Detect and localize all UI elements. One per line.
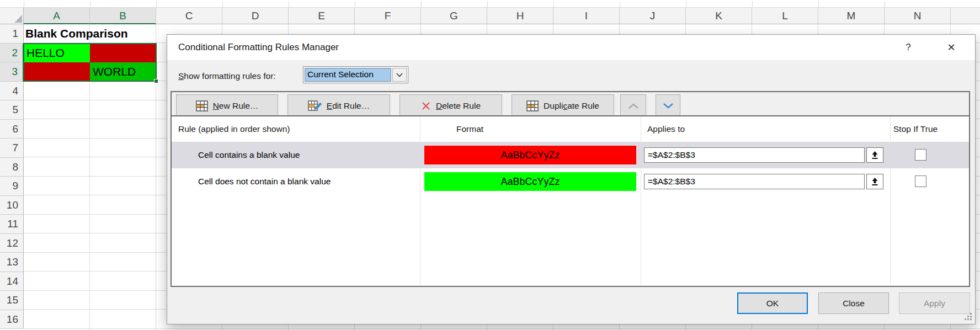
rules-list: Rule (applied in order shown)FormatAppli… bbox=[172, 115, 969, 286]
row-header-7[interactable]: 7 bbox=[0, 139, 24, 158]
row-header-3[interactable]: 3 bbox=[0, 62, 24, 82]
delete-x-icon bbox=[421, 101, 431, 111]
column-header-f[interactable]: F bbox=[355, 8, 421, 24]
stop-if-true-checkbox[interactable] bbox=[915, 149, 926, 161]
column-header-h[interactable]: H bbox=[487, 8, 553, 24]
row-header-8[interactable]: 8 bbox=[0, 158, 24, 177]
show-rules-label: Show formatting rules for: bbox=[178, 71, 276, 81]
column-header-g[interactable]: G bbox=[421, 8, 487, 24]
collapse-dialog-button[interactable] bbox=[866, 147, 883, 163]
move-rule-down-button[interactable] bbox=[656, 94, 680, 118]
formula-bar-bottom-strip bbox=[0, 0, 980, 8]
duplicate-rule-label: Duplicate Rule bbox=[544, 101, 599, 111]
format-preview: AaBbCcYyZz bbox=[424, 172, 636, 191]
excel-window: ABCDEFGHIJKLMN 12345678910111213141516 B… bbox=[0, 0, 980, 330]
cell-a1-title[interactable]: Blank Comparison bbox=[25, 24, 128, 44]
column-header-j[interactable]: J bbox=[620, 8, 686, 24]
help-icon[interactable]: ? bbox=[897, 35, 919, 60]
row-header-1[interactable]: 1 bbox=[0, 24, 24, 44]
table-edit-icon bbox=[308, 100, 322, 111]
table-new-icon bbox=[196, 100, 208, 111]
list-header-rule: Rule (applied in order shown) bbox=[178, 116, 290, 142]
range-select-arrow-icon bbox=[871, 177, 879, 186]
rule-row[interactable]: Cell does not contain a blank valueAaBbC… bbox=[172, 168, 969, 195]
list-header-applies-to: Applies to bbox=[647, 116, 685, 142]
row-header-5[interactable]: 5 bbox=[0, 100, 24, 120]
show-rules-selected-value: Current Selection bbox=[305, 68, 391, 82]
row-header-13[interactable]: 13 bbox=[0, 253, 24, 272]
chevron-down-icon[interactable] bbox=[392, 68, 407, 82]
row-header-9[interactable]: 9 bbox=[0, 177, 24, 196]
rule-row[interactable]: Cell contains a blank valueAaBbCcYyZz=$A… bbox=[172, 142, 969, 168]
row-header-12[interactable]: 12 bbox=[0, 234, 24, 253]
new-rule-label: New Rule… bbox=[213, 101, 259, 111]
column-header-filler bbox=[951, 8, 980, 24]
applies-to-field: =$A$2:$B$3 bbox=[644, 147, 883, 163]
show-rules-dropdown[interactable]: Current Selection bbox=[303, 66, 408, 83]
row-header-15[interactable]: 15 bbox=[0, 291, 24, 310]
column-header-n[interactable]: N bbox=[885, 8, 951, 24]
range-select-arrow-icon bbox=[871, 151, 879, 159]
row-header-14[interactable]: 14 bbox=[0, 272, 24, 291]
column-header-c[interactable]: C bbox=[156, 8, 222, 24]
collapse-dialog-button[interactable] bbox=[866, 174, 883, 189]
row-header-16[interactable]: 16 bbox=[0, 310, 24, 329]
move-rule-up-button[interactable] bbox=[620, 94, 646, 118]
applies-to-field: =$A$2:$B$3 bbox=[644, 174, 883, 189]
resize-grip-icon[interactable] bbox=[970, 318, 972, 320]
row-header-4[interactable]: 4 bbox=[0, 82, 24, 101]
applies-to-input[interactable]: =$A$2:$B$3 bbox=[644, 174, 865, 189]
delete-rule-button[interactable]: Delete Rule bbox=[400, 94, 502, 118]
dialog-titlebar[interactable]: Conditional Formatting Rules Manager ? ✕ bbox=[167, 35, 975, 60]
duplicate-rule-button[interactable]: Duplicate Rule bbox=[512, 94, 614, 118]
chevron-up-icon bbox=[627, 103, 640, 109]
row-header-10[interactable]: 10 bbox=[0, 196, 24, 215]
select-all-triangle-icon bbox=[14, 15, 22, 23]
ok-button[interactable]: OK bbox=[737, 292, 808, 314]
applies-to-input[interactable]: =$A$2:$B$3 bbox=[644, 147, 865, 163]
conditional-formatting-rules-manager-dialog: Conditional Formatting Rules Manager ? ✕… bbox=[167, 34, 976, 324]
apply-button: Apply bbox=[899, 292, 970, 314]
list-header-format: Format bbox=[456, 116, 483, 142]
column-header-i[interactable]: I bbox=[553, 8, 620, 24]
rules-list-headers: Rule (applied in order shown)FormatAppli… bbox=[172, 116, 969, 142]
table-duplicate-icon bbox=[526, 100, 539, 111]
stop-if-true-checkbox[interactable] bbox=[915, 175, 926, 187]
rules-frame: New Rule…Edit Rule…Delete RuleDuplicate … bbox=[171, 91, 970, 287]
cell-b3[interactable]: WORLD bbox=[90, 62, 156, 82]
column-header-l[interactable]: L bbox=[752, 8, 818, 24]
cell-b2[interactable] bbox=[90, 44, 156, 63]
cell-a3[interactable] bbox=[24, 62, 90, 82]
column-headers: ABCDEFGHIJKLMN bbox=[0, 8, 980, 24]
column-header-b[interactable]: B bbox=[90, 8, 156, 24]
rule-description: Cell contains a blank value bbox=[198, 142, 300, 168]
column-header-e[interactable]: E bbox=[289, 8, 355, 24]
rule-description: Cell does not contain a blank value bbox=[198, 168, 331, 195]
chevron-down-icon bbox=[662, 103, 674, 109]
column-header-a[interactable]: A bbox=[24, 8, 90, 24]
row-header-6[interactable]: 6 bbox=[0, 120, 24, 139]
column-header-m[interactable]: M bbox=[818, 8, 885, 24]
row-header-2[interactable]: 2 bbox=[0, 44, 24, 63]
close-button[interactable]: Close bbox=[818, 292, 889, 314]
dialog-title: Conditional Formatting Rules Manager bbox=[178, 35, 339, 60]
column-header-d[interactable]: D bbox=[222, 8, 289, 24]
edit-rule-button[interactable]: Edit Rule… bbox=[287, 94, 390, 118]
row-headers: 12345678910111213141516 bbox=[0, 24, 24, 330]
format-preview: AaBbCcYyZz bbox=[424, 146, 636, 164]
row-header-11[interactable]: 11 bbox=[0, 215, 24, 234]
select-all-corner[interactable] bbox=[0, 8, 24, 24]
close-icon[interactable]: ✕ bbox=[940, 35, 962, 60]
cell-a2[interactable]: HELLO bbox=[24, 44, 90, 63]
new-rule-button[interactable]: New Rule… bbox=[176, 94, 278, 118]
delete-rule-label: Delete Rule bbox=[436, 101, 481, 111]
edit-rule-label: Edit Rule… bbox=[327, 101, 370, 111]
column-header-k[interactable]: K bbox=[686, 8, 752, 24]
list-header-stop-if-true: Stop If True bbox=[893, 116, 938, 142]
